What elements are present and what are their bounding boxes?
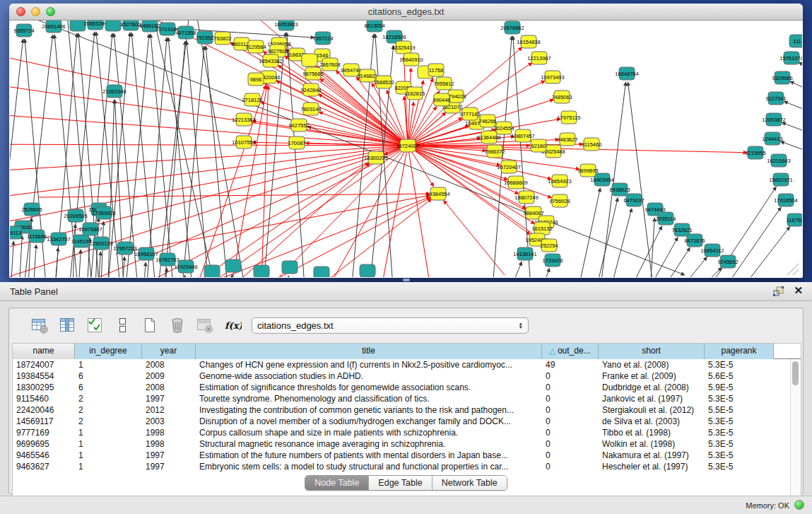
network-node[interactable] <box>282 261 298 274</box>
network-node[interactable]: 7485063 <box>551 90 572 103</box>
network-node[interactable]: 1588520 <box>373 76 394 88</box>
cell-name[interactable]: 14569117 <box>13 416 75 427</box>
network-node[interactable]: 1115688 <box>27 230 47 243</box>
network-node[interactable]: 10688609 <box>504 176 527 189</box>
network-node[interactable]: 9777169 <box>459 107 480 120</box>
table-settings-icon[interactable] <box>30 316 49 334</box>
cell-short[interactable]: Stergiakouli et al. (2012) <box>599 404 705 416</box>
network-node[interactable]: 2526695 <box>21 203 42 216</box>
float-panel-icon[interactable] <box>772 286 785 297</box>
network-node[interactable] <box>105 21 121 31</box>
column-header-out_degree[interactable]: △out_de... <box>542 344 599 359</box>
cell-year[interactable]: 2009 <box>142 370 196 382</box>
network-node[interactable]: 17016504 <box>774 194 797 206</box>
table-row[interactable]: 911546021997Tourette syndrome. Phenomeno… <box>13 393 801 404</box>
network-node[interactable]: 2935114 <box>656 212 676 225</box>
cell-name[interactable]: 19384554 <box>13 370 75 382</box>
network-node[interactable]: 20876862 <box>500 21 524 34</box>
cell-pagerank[interactable]: 5.3E-5 <box>705 450 774 461</box>
column-edit-icon[interactable] <box>58 316 76 334</box>
cell-year[interactable]: 1997 <box>142 450 196 461</box>
network-node[interactable]: 9227341 <box>765 92 786 105</box>
cell-year[interactable]: 2008 <box>142 359 196 370</box>
cell-in_degree[interactable]: 6 <box>75 382 142 393</box>
cell-name[interactable]: 9115460 <box>13 393 75 404</box>
cell-out_degree[interactable]: 0 <box>542 427 599 438</box>
column-header-short[interactable]: short <box>599 344 705 359</box>
cell-in_degree[interactable]: 2 <box>75 416 142 427</box>
network-node[interactable] <box>360 264 375 277</box>
network-node[interactable]: 746266 <box>478 115 496 127</box>
network-node[interactable] <box>302 54 317 66</box>
delete-table-icon[interactable] <box>196 316 214 334</box>
network-node[interactable]: 15692971 <box>769 173 792 186</box>
table-row[interactable]: 2242004622012Investigating the contribut… <box>13 404 801 416</box>
cell-out_degree[interactable]: 0 <box>542 438 599 450</box>
network-node[interactable]: 7803144 <box>300 103 321 115</box>
network-node[interactable]: 2867608 <box>319 58 340 71</box>
network-node[interactable]: 12093872 <box>762 113 785 126</box>
network-node[interactable]: 21053346 <box>102 85 126 98</box>
network-node[interactable]: 1162615 <box>405 87 425 100</box>
network-node[interactable]: 9756928 <box>549 194 570 207</box>
table-row[interactable]: 1872400712008Changes of HCN gene express… <box>13 359 801 370</box>
network-node[interactable]: 8427552 <box>288 119 309 132</box>
cell-in_degree[interactable]: 1 <box>75 427 142 438</box>
network-node[interactable]: 11758 <box>428 64 444 76</box>
network-node[interactable]: 10975887 <box>78 223 102 235</box>
network-node[interactable]: 9115460 <box>582 138 602 151</box>
column-header-name[interactable]: name <box>13 344 75 359</box>
cell-name[interactable]: 9465546 <box>13 450 75 461</box>
network-node[interactable] <box>204 265 220 277</box>
cell-year[interactable]: 2008 <box>142 382 196 393</box>
network-node[interactable]: 9129584 <box>245 40 266 53</box>
cell-name[interactable]: 18300295 <box>13 382 75 393</box>
column-header-title[interactable]: title <box>196 344 542 359</box>
cell-title[interactable]: Changes of HCN gene expression and I(f) … <box>196 359 542 370</box>
cell-out_degree[interactable]: 0 <box>542 393 599 404</box>
zoom-window-button[interactable] <box>46 7 55 16</box>
network-node[interactable]: 1244413 <box>762 132 782 145</box>
window-titlebar[interactable]: citations_edges.txt <box>9 4 803 21</box>
cell-title[interactable]: Embryonic stem cells: a model to study s… <box>196 461 542 472</box>
network-node[interactable]: 116753 <box>787 214 802 226</box>
cell-pagerank[interactable]: 5.9E-5 <box>705 382 774 393</box>
network-node[interactable]: 10654112 <box>701 244 724 257</box>
delete-icon[interactable] <box>168 316 187 334</box>
cell-title[interactable]: Disruption of a novel member of a sodium… <box>196 416 542 427</box>
network-node[interactable]: 9355724 <box>13 24 34 37</box>
cell-title[interactable]: Genome-wide association studies in ADHD. <box>196 370 542 382</box>
tab-network-table[interactable]: Network Table <box>433 476 507 490</box>
row-select-icon[interactable] <box>86 316 104 334</box>
network-node[interactable]: 12213363 <box>232 113 255 126</box>
scrollbar-thumb[interactable] <box>792 361 799 385</box>
network-node[interactable]: 2718126 <box>242 93 262 106</box>
cell-short[interactable]: Nakamura et al. (1997) <box>599 450 705 461</box>
network-node[interactable]: 16053803 <box>274 21 298 30</box>
network-node[interactable]: 4671358 <box>175 26 196 39</box>
tab-node-table[interactable]: Node Table <box>305 476 369 490</box>
network-node[interactable]: 16154838 <box>517 35 540 48</box>
cell-short[interactable]: Wolkin et al. (1998) <box>599 438 705 450</box>
column-header-year[interactable]: year <box>142 344 196 359</box>
network-node[interactable]: 12213967 <box>527 52 551 64</box>
cell-short[interactable]: Hescheler et al. (1997) <box>599 461 705 472</box>
cell-title[interactable]: Estimation of the future numbers of pati… <box>196 450 542 461</box>
network-node[interactable]: 8471676 <box>684 234 705 247</box>
table-row[interactable]: 969969511998Structural magnetic resonanc… <box>13 438 801 450</box>
column-header-in_degree[interactable]: in_degree <box>75 344 142 359</box>
cell-out_degree[interactable]: 0 <box>542 382 599 393</box>
network-node[interactable]: 8215955 <box>745 146 765 159</box>
network-node[interactable]: 20691406 <box>42 21 65 33</box>
cell-in_degree[interactable]: 6 <box>75 370 142 382</box>
network-node[interactable]: 9245652 <box>717 255 738 268</box>
network-node[interactable]: 18807249 <box>514 191 538 204</box>
network-node[interactable]: 10653287 <box>83 21 107 30</box>
network-node[interactable]: 9463627 <box>557 133 577 146</box>
cell-year[interactable]: 2012 <box>142 404 196 416</box>
panel-splitter-handle[interactable] <box>403 279 410 281</box>
network-node[interactable] <box>225 259 241 272</box>
network-node[interactable]: 7357224 <box>312 32 333 45</box>
network-node[interactable]: 16640910 <box>399 53 423 66</box>
cell-name[interactable]: 9777169 <box>13 427 75 438</box>
